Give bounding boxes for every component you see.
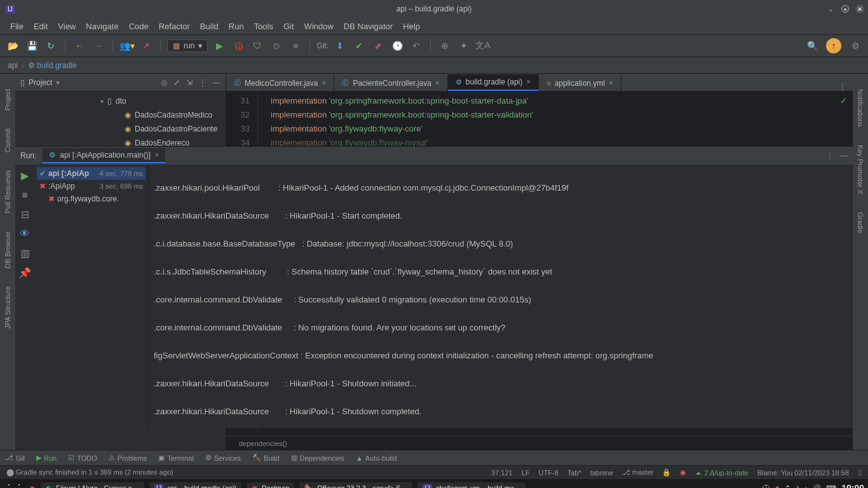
lock-icon[interactable]: 🔒 [662, 468, 671, 477]
rail-jpa-structure[interactable]: JPA Structure [4, 284, 11, 331]
git-push-icon[interactable]: ⬈ [370, 38, 386, 53]
target-icon[interactable]: ◎ [161, 78, 167, 87]
caret-position[interactable]: 37:121 [491, 469, 513, 477]
updates-widget[interactable]: ⏶ 2 Δ/up-to-date [695, 469, 748, 477]
menu-run[interactable]: Run [224, 19, 249, 34]
stop-icon[interactable]: ■ [22, 189, 28, 201]
git-branch[interactable]: ⎇ master [622, 468, 654, 477]
blame-widget[interactable]: Blame: You 02/11/2023 18:58 [757, 469, 849, 477]
git-commit-icon[interactable]: ✔ [351, 38, 367, 53]
menu-git[interactable]: Git [278, 19, 299, 34]
settings-icon[interactable]: ⚙ [848, 38, 863, 53]
menu-navigate[interactable]: Navigate [81, 19, 123, 34]
bt-terminal[interactable]: ▣ Terminal [158, 454, 194, 462]
bt-services[interactable]: ⚙ Services [205, 454, 241, 462]
menu-refactor[interactable]: Refactor [154, 19, 195, 34]
run-tree-row[interactable]: ✖ org.flywaydb.core. [37, 193, 146, 205]
pin-icon[interactable]: 📌 [18, 267, 31, 279]
bt-auto-build[interactable]: ▲ Auto-build [356, 454, 397, 462]
maximize-icon[interactable]: ⋄ [841, 5, 849, 13]
code-with-me-icon[interactable]: 👥▾ [119, 38, 135, 53]
tray-gradient-icon[interactable]: ◆ [775, 484, 780, 489]
run-icon[interactable]: ▶ [212, 38, 227, 53]
tree-folder-dto[interactable]: ▾ ▯ dto [15, 94, 226, 108]
tab-paciente-controller[interactable]: Ⓒ PacienteController.java × [334, 75, 447, 91]
collapse-icon[interactable]: ⇲ [186, 78, 193, 87]
line-separator[interactable]: LF [522, 469, 530, 477]
close-icon[interactable]: × [526, 78, 531, 86]
more-icon[interactable]: ⋮ [826, 151, 834, 160]
tree-file[interactable]: ◉ DadosCadastroPaciente [15, 122, 226, 136]
tree-file[interactable]: ◉ DadosCadastroMedico [15, 108, 226, 122]
rail-db-browser[interactable]: DB Browser [4, 229, 11, 271]
tray-chevron-icon[interactable]: ‹ [805, 484, 808, 488]
chevron-down-icon[interactable]: ▾ [56, 78, 60, 87]
nav-file[interactable]: build.gradle [37, 61, 76, 70]
start-icon[interactable]: ⋮⋮ [4, 482, 24, 489]
menu-file[interactable]: File [5, 19, 29, 34]
analyze-icon[interactable]: ⊕ [437, 38, 452, 53]
bt-problems[interactable]: ⚠ Problems [109, 454, 147, 462]
save-icon[interactable]: 💾 [24, 38, 39, 53]
rail-key-promoter[interactable]: Key Promoter X [857, 142, 864, 197]
git-rollback-icon[interactable]: ↶ [409, 38, 424, 53]
run-tab-active[interactable]: ⚙ api [:ApiApplication.main()] × [43, 148, 165, 163]
menu-tools[interactable]: Tools [249, 19, 278, 34]
git-history-icon[interactable]: 🕑 [390, 38, 405, 53]
tray-info-icon[interactable]: ⓘ [763, 484, 770, 489]
updates-icon[interactable]: ↑ [826, 38, 841, 53]
hide-icon[interactable]: — [840, 151, 848, 160]
forward-icon[interactable]: → [91, 38, 106, 53]
tray-up-icon[interactable]: ⌃ [785, 484, 790, 489]
task-intellij[interactable]: IJapi – build.gradle (api) [149, 482, 241, 488]
nav-root[interactable]: api [8, 61, 18, 70]
indent[interactable]: Tab* [567, 469, 581, 477]
stop-icon[interactable]: ■ [288, 38, 303, 53]
run-tree-row[interactable]: ✔ api [:ApiAp 4 sec, 778 ms [37, 167, 146, 180]
close-icon[interactable]: × [322, 79, 326, 88]
close-icon[interactable]: ✕ [855, 4, 864, 13]
bt-todo[interactable]: ☑ TODO [68, 454, 97, 462]
translate-icon[interactable]: 文A [475, 38, 491, 53]
encoding[interactable]: UTF-8 [538, 469, 558, 477]
task-chrome[interactable]: ◐Fórum | Alura - Cursos o… [41, 482, 144, 489]
tabnine-widget[interactable]: tabnine [590, 469, 613, 477]
more-icon[interactable]: ⋮ [199, 78, 207, 87]
rail-gradle[interactable]: Gradle [857, 210, 864, 236]
expand-icon[interactable]: ⤢ [173, 78, 180, 87]
filter-icon[interactable]: ⊟ [21, 208, 29, 220]
bt-run[interactable]: ▶ Run [36, 454, 57, 462]
menu-help[interactable]: Help [398, 19, 425, 34]
close-icon[interactable]: × [609, 79, 613, 88]
rail-pull-requests[interactable]: Pull Requests [4, 168, 11, 216]
minimize-icon[interactable]: ⌄ [826, 4, 835, 13]
rail-commit[interactable]: Commit [4, 126, 11, 155]
rail-notifications[interactable]: Notifications [857, 86, 864, 130]
task-postman[interactable]: ◉Postman [247, 482, 294, 489]
tab-medico-controller[interactable]: Ⓒ MedicoController.java × [226, 75, 334, 91]
dep-analyzer-icon[interactable]: ◉ [680, 468, 686, 477]
bt-dependencies[interactable]: ▥ Dependencies [291, 454, 344, 462]
layout-icon[interactable]: ▥ [20, 247, 30, 259]
coverage-icon[interactable]: 🛡 [250, 38, 265, 53]
bt-build[interactable]: 🔨 Build [252, 454, 279, 462]
ai-icon[interactable]: ✦ [456, 38, 471, 53]
close-icon[interactable]: × [154, 151, 159, 159]
task-intellij-2[interactable]: IJchallegem-um – build.gra… [417, 482, 526, 488]
sync-icon[interactable]: ↻ [43, 38, 58, 53]
debug-icon[interactable]: 🐞 [231, 38, 246, 53]
tray-lang-icon[interactable]: ⌨ [826, 484, 836, 489]
menu-window[interactable]: Window [299, 19, 339, 34]
task-dbeaver[interactable]: 🦫DBeaver 23.2.3 - <crud> S… [299, 482, 412, 489]
tab-application-yml[interactable]: ≡ application.yml × [539, 76, 621, 91]
bt-git[interactable]: ⎇ Git [5, 454, 25, 462]
search-icon[interactable]: 🔍 [804, 38, 820, 53]
tray-volume-icon[interactable]: 🔊 [812, 484, 821, 489]
tray-bluetooth-icon[interactable]: ᚼ [796, 484, 800, 488]
app-launcher-icon[interactable]: ◉ [29, 484, 36, 489]
run-configuration-selector[interactable]: ▦ run ▾ [167, 39, 208, 52]
run-tree-row[interactable]: ✖ :ApiApp 3 sec, 696 ms [37, 180, 146, 193]
ide-icon[interactable]: ▯ [858, 468, 862, 477]
console-output[interactable]: .zaxxer.hikari.pool.HikariPool : HikariP… [149, 165, 853, 428]
hide-icon[interactable]: — [213, 78, 220, 87]
